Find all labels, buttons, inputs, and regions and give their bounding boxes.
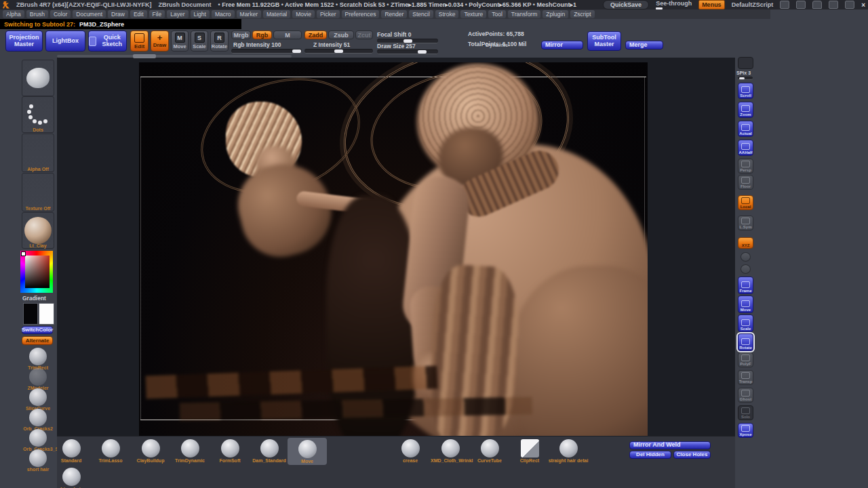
spix-track[interactable]: [738, 77, 753, 80]
nav-transp-button[interactable]: Transp: [738, 370, 753, 385]
brush-formsoft[interactable]: FormSoft: [210, 439, 250, 463]
menu-texture[interactable]: Texture: [460, 10, 486, 18]
del-hidden-button[interactable]: Del Hidden: [629, 451, 671, 459]
menus-button[interactable]: Menus: [698, 0, 725, 9]
rgb-intensity-handle[interactable]: [292, 49, 301, 53]
divider-right-icon[interactable]: [796, 1, 806, 9]
menu-material[interactable]: Material: [263, 10, 290, 18]
menu-edit[interactable]: Edit: [130, 10, 147, 18]
draw-size-handle[interactable]: [418, 50, 427, 54]
sv-square[interactable]: [25, 256, 50, 288]
menu-tool[interactable]: Tool: [488, 10, 506, 18]
menu-transform[interactable]: Transform: [508, 10, 540, 18]
nav-rotate-button[interactable]: Rotate: [738, 333, 753, 351]
brush-straight-hair-detai[interactable]: straight hair detai: [544, 439, 593, 463]
gyro-scale-button[interactable]: SScale: [191, 30, 208, 52]
menu-stroke[interactable]: Stroke: [435, 10, 459, 18]
view-aahalf-button[interactable]: AAHalf: [738, 140, 753, 156]
stroke-selector[interactable]: Dots: [22, 96, 54, 133]
minimize-icon[interactable]: [829, 1, 838, 9]
small-toggle-a-icon[interactable]: [741, 252, 751, 262]
menu-preferences[interactable]: Preferences: [342, 10, 380, 18]
menu-render[interactable]: Render: [381, 10, 407, 18]
nav-frame-button[interactable]: Frame: [738, 277, 753, 294]
divider-left-icon[interactable]: [780, 1, 789, 9]
menu-brush[interactable]: Brush: [26, 10, 48, 18]
m-button[interactable]: M: [273, 30, 302, 39]
quick-brush-trimrect[interactable]: TrimRect: [23, 348, 53, 370]
color-picker[interactable]: [20, 251, 53, 293]
current-brush-thumbnail[interactable]: [22, 60, 54, 96]
bpr-render-button[interactable]: [738, 57, 753, 69]
quicksave-button[interactable]: QuickSave: [603, 0, 649, 9]
nav-solo-button[interactable]: Solo: [738, 405, 753, 420]
brush-claybuildup[interactable]: ClayBuildup: [131, 439, 170, 463]
quick-brush-orb-cracks3-snx[interactable]: Orb_Cracks3_Snx: [23, 429, 53, 451]
zadd-button[interactable]: Zadd: [304, 30, 327, 39]
tray-divider-handle[interactable]: [133, 54, 156, 58]
mrgb-button[interactable]: Mrgb: [231, 30, 251, 39]
menu-alpha[interactable]: Alpha: [3, 10, 24, 18]
draw-size-track[interactable]: [377, 49, 438, 54]
draw-button[interactable]: + Draw: [151, 30, 169, 52]
mirror-button[interactable]: Mirror: [541, 41, 583, 49]
menu-marker[interactable]: Marker: [237, 10, 261, 18]
secondary-color-swatch[interactable]: [39, 303, 54, 325]
z-intensity-track[interactable]: [304, 49, 373, 54]
texture-selector[interactable]: Texture Off: [22, 173, 54, 211]
lock-icon[interactable]: [812, 1, 822, 9]
view-l-sym-button[interactable]: L.Sym: [738, 216, 753, 230]
brush-trimdynamic[interactable]: TrimDynamic: [170, 439, 210, 463]
menu-document[interactable]: Document: [73, 10, 106, 18]
menu-zplugin[interactable]: Zplugin: [542, 10, 568, 18]
brush-standard[interactable]: Standard: [52, 439, 91, 463]
edit-button[interactable]: Edit: [130, 30, 149, 52]
nav-scale-button[interactable]: Scale: [738, 314, 753, 332]
restore-icon[interactable]: [845, 1, 854, 9]
view-floor-button[interactable]: Floor: [738, 175, 753, 190]
menu-zscript[interactable]: Zscript: [570, 10, 595, 18]
nav-polyf-button[interactable]: PolyF: [738, 352, 753, 367]
lightbox-button[interactable]: LightBox: [45, 30, 85, 52]
menu-file[interactable]: File: [149, 10, 165, 18]
tray-divider-bar[interactable]: [57, 55, 292, 58]
gyro-rotate-button[interactable]: RRotate: [210, 30, 229, 52]
brush-crease[interactable]: crease: [391, 439, 430, 463]
menu-layer[interactable]: Layer: [167, 10, 188, 18]
brush-move[interactable]: Move: [288, 438, 327, 465]
quick-brush-orb-cracks2[interactable]: Orb_Cracks2: [23, 409, 53, 431]
menu-picker[interactable]: Picker: [317, 10, 340, 18]
view-zoom-button[interactable]: Zoom: [738, 102, 753, 118]
brush-dam-standard[interactable]: Dam_Standard: [250, 439, 289, 463]
z-intensity-handle[interactable]: [334, 49, 343, 53]
close-icon[interactable]: ×: [861, 1, 865, 9]
nav-ghost-button[interactable]: Ghost: [738, 388, 753, 403]
quick-brush-slicecurve[interactable]: SliceCurve: [23, 388, 53, 411]
small-toggle-b-icon[interactable]: [741, 264, 751, 274]
canvas-area[interactable]: [57, 58, 735, 436]
rgb-button[interactable]: Rgb: [252, 30, 272, 39]
menu-light[interactable]: Light: [191, 10, 210, 18]
subtool-master-button[interactable]: SubTool Master: [587, 31, 621, 51]
switch-color-button[interactable]: SwitchColor: [22, 326, 53, 334]
projection-master-button[interactable]: Projection Master: [5, 30, 43, 52]
default-zscript-button[interactable]: DefaultZScript: [732, 1, 774, 8]
menu-stencil[interactable]: Stencil: [409, 10, 433, 18]
view-scroll-button[interactable]: Scroll: [738, 83, 753, 99]
gyro-move-button[interactable]: MMove: [171, 30, 189, 52]
gradient-label[interactable]: Gradient: [22, 295, 46, 302]
view-xyz-button[interactable]: XYZ: [738, 237, 753, 249]
mirror-and-weld-button[interactable]: Mirror And Weld: [629, 441, 711, 449]
merge-button[interactable]: Merge: [625, 41, 663, 49]
view-local-button[interactable]: Local: [738, 195, 753, 210]
brush-curvetube[interactable]: CurveTube: [470, 439, 509, 463]
menu-draw[interactable]: Draw: [108, 10, 128, 18]
sculpt-document[interactable]: [139, 62, 648, 436]
see-through-slider[interactable]: See-through: [656, 0, 692, 9]
nav-move-button[interactable]: Move: [738, 296, 753, 313]
view-actual-button[interactable]: Actual: [738, 121, 753, 137]
main-color-swatch[interactable]: [23, 303, 38, 325]
close-holes-button[interactable]: Close Holes: [673, 451, 711, 459]
zcut-button[interactable]: Zcut: [355, 30, 373, 39]
spix-handle[interactable]: [739, 77, 745, 79]
